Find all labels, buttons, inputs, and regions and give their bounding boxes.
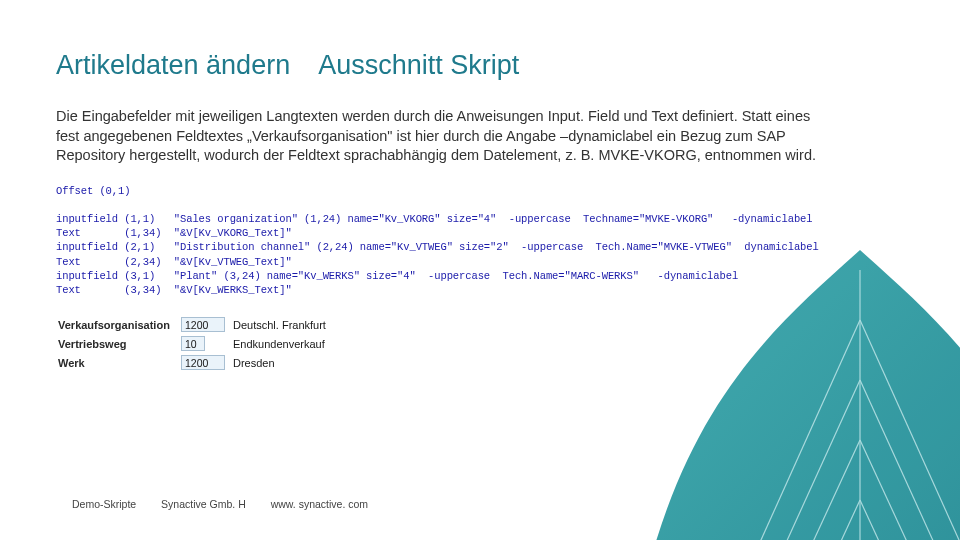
code-block: Offset (0,1) inputfield (1,1) "Sales org… <box>56 184 904 297</box>
footer-demo: Demo-Skripte <box>72 498 136 510</box>
field-text: Dresden <box>231 353 332 372</box>
footer-company: Synactive Gmb. H <box>161 498 246 510</box>
table-row: Werk1200Dresden <box>56 353 332 372</box>
description-text: Die Eingabefelder mit jeweiligen Langtex… <box>56 107 816 166</box>
field-input[interactable]: 10 <box>181 336 205 351</box>
field-text: Deutschl. Frankfurt <box>231 315 332 334</box>
title-part-a: Artikeldaten ändern <box>56 50 290 80</box>
field-label: Vertriebsweg <box>56 334 179 353</box>
field-input[interactable]: 1200 <box>181 317 225 332</box>
title-part-b: Ausschnitt Skript <box>318 50 519 80</box>
table-row: Vertriebsweg10Endkundenverkauf <box>56 334 332 353</box>
field-label: Werk <box>56 353 179 372</box>
field-label: Verkaufsorganisation <box>56 315 179 334</box>
field-input[interactable]: 1200 <box>181 355 225 370</box>
page-title: Artikeldaten ändernAusschnitt Skript <box>56 50 904 81</box>
footer: Demo-Skripte Synactive Gmb. H www. synac… <box>72 498 390 510</box>
field-input-cell: 1200 <box>179 353 231 372</box>
field-text: Endkundenverkauf <box>231 334 332 353</box>
field-input-cell: 10 <box>179 334 231 353</box>
slide: Artikeldaten ändernAusschnitt Skript Die… <box>0 0 960 540</box>
footer-url: www. synactive. com <box>271 498 368 510</box>
field-preview-table: Verkaufsorganisation1200Deutschl. Frankf… <box>56 315 332 372</box>
field-input-cell: 1200 <box>179 315 231 334</box>
table-row: Verkaufsorganisation1200Deutschl. Frankf… <box>56 315 332 334</box>
